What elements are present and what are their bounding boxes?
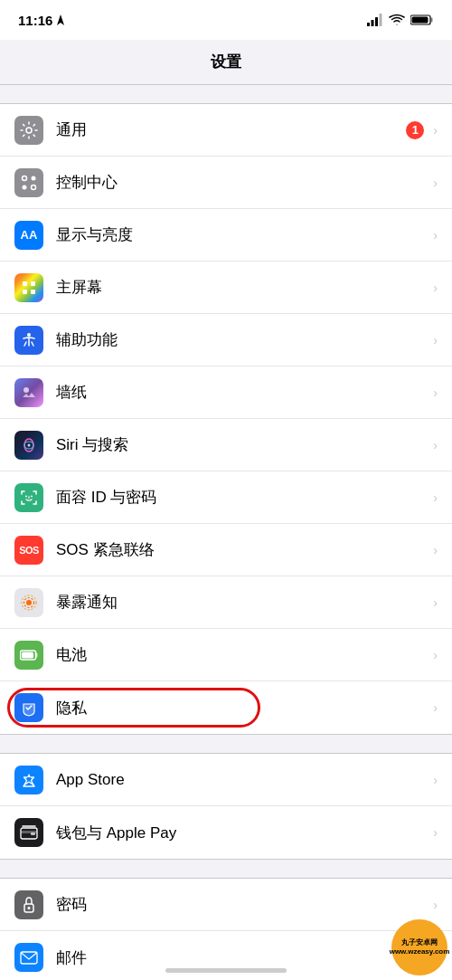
wallet-icon (14, 818, 43, 847)
section-apps: App Store › 钱包与 Apple Pay › (0, 753, 452, 860)
general-label: 通用 (56, 119, 406, 140)
settings-item-accessibility[interactable]: 辅助功能 › (0, 314, 452, 366)
svg-point-20 (28, 443, 31, 446)
control-center-icon (14, 168, 43, 197)
settings-item-wallpaper[interactable]: 墙纸 › (0, 366, 452, 419)
svg-point-10 (23, 185, 27, 189)
svg-rect-13 (31, 281, 35, 286)
svg-rect-28 (22, 652, 33, 658)
svg-rect-34 (21, 952, 37, 964)
settings-item-general[interactable]: 通用 1 › (0, 104, 452, 157)
sos-label: SOS 紧急联络 (56, 539, 429, 560)
display-icon: AA (14, 221, 43, 250)
control-center-chevron: › (433, 176, 438, 190)
wallpaper-label: 墙纸 (56, 382, 429, 403)
settings-item-exposure[interactable]: 暴露通知 › (0, 576, 452, 629)
accessibility-icon (14, 326, 43, 355)
svg-rect-1 (372, 20, 374, 26)
siri-icon (14, 431, 43, 460)
passwords-chevron: › (433, 898, 438, 912)
watermark-circle: 丸子安卓网www.wzeasy.com (391, 919, 447, 975)
privacy-label: 隐私 (56, 698, 429, 718)
svg-point-8 (23, 176, 27, 180)
exposure-label: 暴露通知 (56, 592, 429, 613)
privacy-icon (14, 693, 43, 722)
appstore-chevron: › (433, 773, 438, 787)
settings-item-privacy[interactable]: 隐私 › (0, 681, 452, 734)
section-general: 通用 1 › 控制中心 › AA 显示与亮度 › (0, 103, 452, 735)
sos-chevron: › (433, 543, 438, 557)
exposure-chevron: › (433, 595, 438, 610)
mail-label: 邮件 (56, 947, 429, 968)
svg-point-33 (28, 907, 31, 909)
svg-point-23 (26, 600, 32, 605)
mail-icon (14, 943, 43, 972)
wallpaper-chevron: › (433, 385, 438, 400)
status-time: 11:16 (18, 13, 65, 28)
status-icons (367, 14, 434, 26)
svg-rect-31 (31, 833, 35, 835)
settings-item-wallet[interactable]: 钱包与 Apple Pay › (0, 806, 452, 859)
wifi-icon (389, 14, 405, 26)
location-arrow-icon (56, 14, 65, 26)
svg-rect-2 (375, 17, 378, 26)
settings-item-siri[interactable]: Siri 与搜索 › (0, 419, 452, 471)
settings-item-battery[interactable]: 电池 › (0, 629, 452, 681)
faceid-label: 面容 ID 与密码 (56, 487, 429, 508)
svg-point-21 (25, 495, 27, 497)
battery-label: 电池 (56, 644, 429, 665)
siri-chevron: › (433, 438, 438, 452)
appstore-icon (14, 766, 43, 794)
appstore-label: App Store (56, 771, 429, 789)
nav-bar: 设置 (0, 40, 452, 85)
settings-item-sos[interactable]: SOS SOS 紧急联络 › (0, 524, 452, 576)
svg-point-16 (27, 333, 31, 337)
svg-rect-15 (31, 290, 35, 294)
battery-chevron: › (433, 648, 438, 662)
passwords-icon (14, 890, 43, 919)
settings-item-display[interactable]: AA 显示与亮度 › (0, 209, 452, 262)
home-indicator (165, 968, 287, 973)
battery-icon (410, 14, 434, 26)
signal-icon (367, 14, 383, 26)
watermark-label: 丸子安卓网www.wzeasy.com (390, 938, 450, 957)
accessibility-chevron: › (433, 333, 438, 347)
wallet-label: 钱包与 Apple Pay (56, 823, 429, 843)
settings-item-passwords[interactable]: 密码 › (0, 879, 452, 931)
general-badge: 1 (406, 121, 424, 139)
passwords-label: 密码 (56, 894, 429, 915)
status-bar: 11:16 (0, 0, 452, 40)
home-screen-chevron: › (433, 281, 438, 295)
general-chevron: › (433, 123, 438, 138)
faceid-icon (14, 483, 43, 512)
svg-point-7 (26, 128, 32, 133)
general-icon (14, 116, 43, 145)
sos-icon: SOS (14, 536, 43, 565)
settings-item-faceid[interactable]: 面容 ID 与密码 › (0, 471, 452, 524)
wallpaper-icon (14, 378, 43, 407)
svg-rect-14 (23, 290, 27, 294)
page-title: 设置 (211, 52, 241, 72)
svg-point-22 (31, 495, 33, 497)
accessibility-label: 辅助功能 (56, 329, 429, 350)
svg-rect-12 (23, 281, 27, 286)
privacy-chevron: › (433, 700, 438, 715)
siri-label: Siri 与搜索 (56, 434, 429, 455)
settings-item-control-center[interactable]: 控制中心 › (0, 157, 452, 209)
home-screen-label: 主屏幕 (56, 277, 429, 298)
svg-rect-0 (367, 23, 370, 26)
svg-point-17 (24, 387, 29, 393)
section-security: 密码 › 邮件 › (0, 878, 452, 980)
battery-settings-icon (14, 641, 43, 670)
faceid-chevron: › (433, 490, 438, 505)
settings-item-home-screen[interactable]: 主屏幕 › (0, 262, 452, 314)
svg-point-9 (32, 176, 36, 180)
settings-item-appstore[interactable]: App Store › (0, 754, 452, 806)
display-chevron: › (433, 228, 438, 243)
display-label: 显示与亮度 (56, 224, 429, 245)
svg-rect-27 (36, 652, 38, 657)
svg-point-11 (32, 185, 36, 189)
wallet-chevron: › (433, 825, 438, 840)
svg-rect-3 (380, 14, 382, 26)
exposure-icon (14, 588, 43, 617)
